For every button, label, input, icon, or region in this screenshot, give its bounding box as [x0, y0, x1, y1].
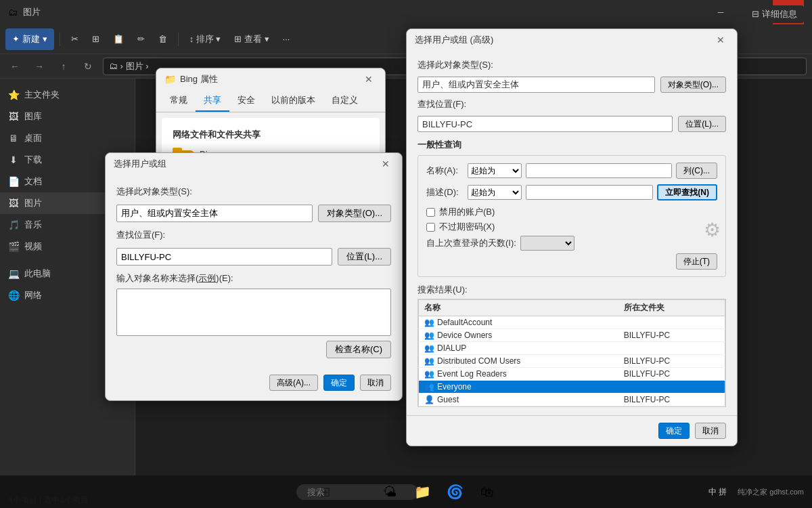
object-type-btn[interactable]: 对象类型(O)... [318, 205, 391, 222]
refresh-button[interactable]: ↻ [78, 57, 97, 76]
tab-previous[interactable]: 以前的版本 [263, 90, 323, 112]
adv-location-row: 位置(L)... [418, 116, 726, 132]
general-query-box: 名称(A): 起始为 列(C)... 描述(D): 起始为 立即查找(N) [418, 155, 726, 277]
table-row[interactable]: 👥DIALUP [419, 342, 725, 355]
delete-button[interactable]: 🗑 [153, 28, 173, 50]
cut-button[interactable]: ✂ [66, 28, 84, 50]
tab-custom[interactable]: 自定义 [323, 90, 366, 112]
select-user-small-content: 选择此对象类型(S): 对象类型(O)... 查找位置(F): 位置(L)...… [106, 175, 402, 369]
select-user-adv-dialog: 选择用户或组 (高级) ✕ 选择此对象类型(S): 对象类型(O)... 查找位… [406, 28, 738, 446]
col-name-header: 名称 [419, 300, 618, 316]
sidebar-label-home: 主文件夹 [24, 89, 60, 101]
back-button[interactable]: ← [5, 57, 24, 76]
results-table: 名称 所在文件夹 👥DefaultAccount👥Device OwnersBI… [418, 299, 725, 407]
select-user-small-close[interactable]: ✕ [378, 156, 394, 172]
location-input[interactable] [116, 248, 332, 266]
sidebar-label-music: 音乐 [24, 219, 42, 231]
no-expire-pwd-label: 不过期密码(X) [439, 221, 495, 233]
up-button[interactable]: ↑ [54, 57, 73, 76]
stop-btn[interactable]: 停止(T) [676, 253, 717, 270]
taskbar-store[interactable]: 🛍 [472, 477, 502, 507]
table-row[interactable]: 👥Everyone [419, 381, 725, 394]
no-expire-pwd-row: 不过期密码(X) [426, 221, 717, 233]
sidebar-item-desktop[interactable]: 🖥 桌面 [0, 127, 135, 149]
detail-pane-button[interactable]: ⊟ 详细信息 [745, 5, 804, 23]
new-button[interactable]: ✦ 新建 ▾ [5, 28, 54, 50]
sidebar-label-pictures: 图片 [24, 197, 42, 209]
last-login-select[interactable] [520, 236, 574, 251]
taskbar-brand: 纯净之家 gdhst.com [738, 487, 804, 497]
taskbar-widget[interactable]: 🌤 [375, 477, 405, 507]
sidebar-item-gallery[interactable]: 🖼 图库 [0, 106, 135, 127]
results-scroll[interactable]: 名称 所在文件夹 👥DefaultAccount👥Device OwnersBI… [418, 299, 726, 407]
edge-icon: 🌀 [447, 484, 464, 500]
desc-query-input[interactable] [526, 185, 653, 200]
tab-general[interactable]: 常规 [162, 90, 196, 112]
desktop-icon: 🖥 [8, 133, 19, 144]
taskbar-edge[interactable]: 🌀 [440, 477, 470, 507]
more-button[interactable]: ··· [277, 28, 296, 50]
rename-button[interactable]: ✏ [132, 28, 150, 50]
paste-button[interactable]: 📋 [108, 28, 129, 50]
adv-dialog-close[interactable]: ✕ [713, 32, 729, 48]
new-label: 新建 ▾ [22, 33, 47, 45]
bing-props-close[interactable]: ✕ [361, 71, 377, 87]
minimize-btn[interactable]: ─ [705, 0, 736, 24]
name-textarea[interactable] [116, 289, 391, 336]
location-label: 查找位置(F): [116, 229, 177, 241]
sort-button[interactable]: ↕ 排序 ▾ [184, 28, 227, 50]
adv-location-btn[interactable]: 位置(L)... [678, 116, 726, 132]
forward-button[interactable]: → [30, 57, 49, 76]
sidebar-item-home[interactable]: ⭐ 主文件夹 [0, 84, 135, 106]
general-query-title: 一般性查询 [418, 139, 726, 151]
name-query-input[interactable] [526, 163, 672, 178]
disabled-accounts-check[interactable] [426, 208, 435, 217]
select-user-small-title: 选择用户或组 [114, 158, 374, 170]
table-row[interactable]: 👥DefaultAccount [419, 316, 725, 329]
adv-object-type-btn[interactable]: 对象类型(O)... [660, 77, 726, 93]
small-cancel-btn[interactable]: 取消 [360, 375, 391, 391]
view-button[interactable]: ⊞ 查看 ▾ [229, 28, 274, 50]
copy-button[interactable]: ⊞ [87, 28, 105, 50]
sidebar-label-thispc: 此电脑 [24, 268, 51, 280]
list-cols-btn[interactable]: 列(C)... [676, 163, 717, 179]
adv-object-type-row: 对象类型(O)... [418, 77, 726, 93]
select-user-small-dialog: 选择用户或组 ✕ 选择此对象类型(S): 对象类型(O)... 查找位置(F):… [105, 152, 403, 401]
table-row[interactable]: 👤GuestBILLYFU-PC [419, 394, 725, 406]
small-ok-btn[interactable]: 确定 [323, 375, 355, 391]
table-row[interactable]: 👥GuestsBILLYFU-PC [419, 406, 725, 408]
disabled-accounts-row: 禁用的账户(B) [426, 206, 717, 218]
music-icon: 🎵 [8, 219, 19, 230]
table-row[interactable]: 👥Event Log ReadersBILLYFU-PC [419, 368, 725, 381]
table-row[interactable]: 👥Distributed COM UsersBILLYFU-PC [419, 355, 725, 368]
taskbar-lang: 中 拼 [708, 486, 727, 498]
select-user-small-titlebar: 选择用户或组 ✕ [106, 153, 402, 175]
desc-query-label: 描述(D): [426, 186, 464, 198]
adv-object-type-input[interactable] [418, 77, 655, 93]
adv-location-input[interactable] [418, 116, 673, 132]
search-results-label: 搜索结果(U): [418, 284, 726, 296]
name-starts-select[interactable]: 起始为 [468, 163, 522, 178]
table-row[interactable]: 👥Device OwnersBILLYFU-PC [419, 329, 725, 342]
sidebar-label-network: 网络 [24, 289, 42, 301]
advanced-btn[interactable]: 高级(A)... [269, 375, 318, 391]
desc-starts-select[interactable]: 起始为 [468, 185, 522, 200]
taskbar: ⊞ 🌤 📁 🌀 🛍 中 拼 纯净之家 gdhst.com [0, 475, 812, 508]
thispc-icon: 💻 [8, 268, 19, 279]
no-expire-pwd-check[interactable] [426, 223, 435, 232]
widget-icon: 🌤 [383, 484, 397, 500]
tab-security[interactable]: 安全 [229, 90, 263, 112]
adv-cancel-btn[interactable]: 取消 [695, 423, 726, 439]
sidebar-label-gallery: 图库 [24, 110, 42, 123]
adv-location-label-row: 查找位置(F): [418, 98, 726, 110]
bing-props-tabs: 常规 共享 安全 以前的版本 自定义 [156, 90, 385, 112]
taskbar-search-item[interactable] [342, 477, 372, 507]
adv-ok-btn[interactable]: 确定 [658, 423, 690, 439]
check-names-btn[interactable]: 检查名称(C) [326, 341, 391, 358]
find-now-btn[interactable]: 立即查找(N) [657, 184, 717, 200]
object-type-input[interactable] [116, 205, 313, 222]
location-btn[interactable]: 位置(L)... [338, 248, 391, 266]
taskbar-explorer[interactable]: 📁 [407, 477, 437, 507]
tab-sharing[interactable]: 共享 [196, 90, 229, 112]
bing-props-title: Bing 属性 [180, 73, 357, 85]
